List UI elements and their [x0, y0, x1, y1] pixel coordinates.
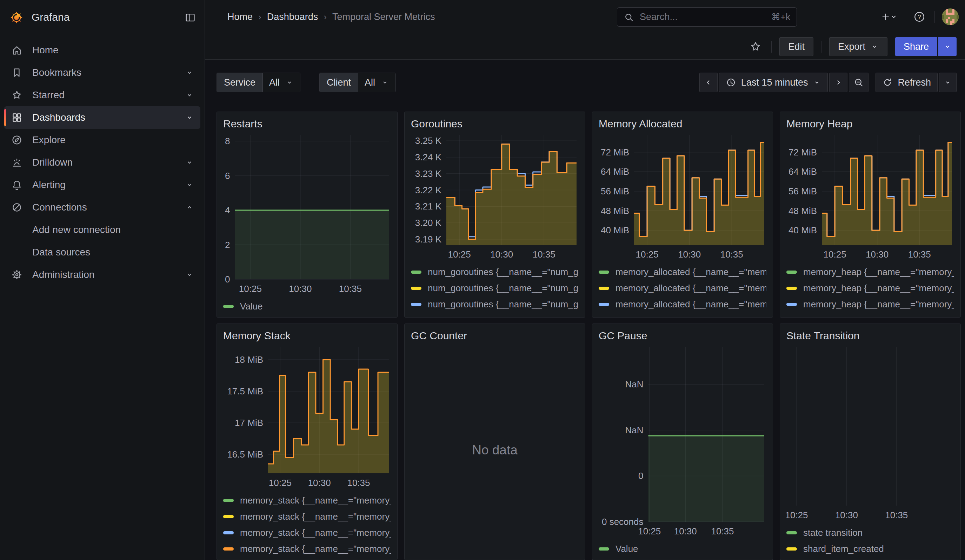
- svg-text:56 MiB: 56 MiB: [601, 186, 629, 196]
- legend-item[interactable]: num_goroutines {__name__="num_go: [411, 312, 579, 314]
- sidebar-item-add-new-connection[interactable]: Add new connection: [4, 219, 200, 241]
- chart-canvas[interactable]: 8642010:2510:3010:35: [223, 132, 391, 296]
- chevron-down-icon[interactable]: [185, 68, 194, 77]
- chart-area[interactable]: 10:2510:3010:35: [787, 343, 954, 522]
- panel-title[interactable]: Goroutines: [411, 116, 579, 132]
- series-color-pill: [787, 547, 797, 550]
- zoom-out-button[interactable]: [849, 73, 869, 92]
- help-icon[interactable]: ?: [911, 9, 927, 25]
- legend-item[interactable]: memory_heap {__name__="memory_h: [787, 264, 954, 280]
- time-shift-forward-button[interactable]: [829, 73, 847, 92]
- legend-item[interactable]: memory_allocated {__name__="memc: [599, 312, 766, 314]
- sidebar-toggle-icon[interactable]: [183, 10, 198, 25]
- chart-canvas[interactable]: NaNNaN00 seconds10:2510:3010:35: [599, 343, 766, 538]
- search-input[interactable]: [639, 11, 766, 23]
- sidebar-item-dashboards[interactable]: Dashboards: [4, 106, 200, 129]
- chart-area[interactable]: 18 MiB17.5 MiB17 MiB16.5 MiB10:2510:3010…: [223, 343, 391, 490]
- chart-canvas[interactable]: 10:2510:3010:35: [787, 343, 954, 522]
- legend-item[interactable]: Value: [223, 298, 391, 314]
- edit-button[interactable]: Edit: [779, 37, 813, 56]
- svg-text:10:25: 10:25: [448, 249, 471, 260]
- panel-title[interactable]: State Transition: [787, 328, 954, 343]
- sidebar-item-home[interactable]: Home: [4, 39, 200, 61]
- legend-item[interactable]: memory_stack {__name__="memory_s: [223, 524, 391, 541]
- refresh-button[interactable]: Refresh: [875, 73, 938, 92]
- share-options-caret[interactable]: [938, 37, 957, 56]
- legend-label: memory_heap {__name__="memory_h: [803, 267, 954, 278]
- legend-item[interactable]: memory_stack {__name__="memory_s: [223, 508, 391, 524]
- sidebar-item-connections[interactable]: Connections: [4, 196, 200, 219]
- sidebar-item-data-sources[interactable]: Data sources: [4, 241, 200, 263]
- breadcrumb-home[interactable]: Home: [227, 11, 253, 23]
- sidebar-item-starred[interactable]: Starred: [4, 84, 200, 106]
- client-variable-select[interactable]: All: [358, 73, 396, 92]
- sidebar-item-bookmarks[interactable]: Bookmarks: [4, 61, 200, 84]
- chart-area[interactable]: 8642010:2510:3010:35: [223, 132, 391, 296]
- chevron-down-icon[interactable]: [185, 158, 194, 167]
- legend-item[interactable]: num_goroutines {__name__="num_go: [411, 280, 579, 296]
- chevron-down-icon[interactable]: [185, 90, 194, 100]
- svg-text:3.22 K: 3.22 K: [415, 185, 442, 196]
- sidebar-item-label: Bookmarks: [32, 67, 82, 78]
- panel-grid: Restarts8642010:2510:3010:35ValueGorouti…: [216, 112, 961, 560]
- time-range-picker[interactable]: Last 15 minutes: [719, 73, 828, 92]
- time-shift-back-button[interactable]: [699, 73, 718, 92]
- chart-canvas[interactable]: 3.25 K3.24 K3.23 K3.22 K3.21 K3.20 K3.19…: [411, 132, 579, 261]
- panel-title[interactable]: Restarts: [223, 116, 391, 132]
- legend-item[interactable]: num_goroutines {__name__="num_go: [411, 296, 579, 312]
- series-color-pill: [599, 287, 609, 290]
- legend-item[interactable]: memory_stack {__name__="memory_s: [223, 492, 391, 508]
- panel-title[interactable]: GC Counter: [411, 328, 579, 343]
- legend-item[interactable]: state transition: [787, 524, 954, 541]
- chart-area[interactable]: 3.25 K3.24 K3.23 K3.22 K3.21 K3.20 K3.19…: [411, 132, 579, 261]
- search-box[interactable]: ⌘+k: [617, 7, 797, 27]
- svg-text:10:30: 10:30: [674, 526, 697, 537]
- zoom-out-icon: [854, 77, 864, 88]
- refresh-interval-caret[interactable]: [939, 73, 957, 92]
- legend-item[interactable]: shard_item_created: [787, 541, 954, 557]
- chart-canvas[interactable]: 18 MiB17.5 MiB17 MiB16.5 MiB10:2510:3010…: [223, 343, 391, 490]
- svg-text:56 MiB: 56 MiB: [788, 186, 817, 196]
- share-button[interactable]: Share: [895, 37, 937, 56]
- legend-item[interactable]: memory_heap {__name__="memory_h: [787, 312, 954, 314]
- panel-title[interactable]: Memory Heap: [787, 116, 954, 132]
- chart-canvas[interactable]: 72 MiB64 MiB56 MiB48 MiB40 MiB10:2510:30…: [599, 132, 766, 261]
- svg-text:10:30: 10:30: [835, 510, 858, 520]
- panel-title[interactable]: GC Pause: [599, 328, 766, 343]
- service-variable-select[interactable]: All: [263, 73, 300, 92]
- svg-text:10:35: 10:35: [720, 249, 743, 260]
- chart-area[interactable]: 72 MiB64 MiB56 MiB48 MiB40 MiB10:2510:30…: [787, 132, 954, 261]
- panel-legend: state transitionshard_item_created: [787, 522, 954, 557]
- chevron-down-icon[interactable]: [185, 113, 194, 122]
- legend-item[interactable]: memory_allocated {__name__="memc: [599, 280, 766, 296]
- svg-text:18 MiB: 18 MiB: [235, 354, 263, 365]
- panel-title[interactable]: Memory Allocated: [599, 116, 766, 132]
- sidebar-item-administration[interactable]: Administration: [4, 263, 200, 286]
- chevron-right-icon: [834, 78, 843, 87]
- panel-title[interactable]: Memory Stack: [223, 328, 391, 343]
- breadcrumb-dashboards[interactable]: Dashboards: [267, 11, 318, 23]
- drilldown-icon: [10, 157, 23, 168]
- sidebar-item-drilldown[interactable]: Drilldown: [4, 151, 200, 174]
- add-button[interactable]: [881, 9, 897, 25]
- svg-text:64 MiB: 64 MiB: [788, 166, 817, 177]
- legend-item[interactable]: memory_allocated {__name__="memc: [599, 264, 766, 280]
- chevron-down-icon[interactable]: [185, 270, 194, 279]
- chevron-up-icon[interactable]: [185, 203, 194, 212]
- sidebar-item-alerting[interactable]: Alerting: [4, 174, 200, 196]
- legend-item[interactable]: memory_allocated {__name__="memc: [599, 296, 766, 312]
- user-avatar[interactable]: [942, 8, 959, 25]
- favorite-star-icon[interactable]: [747, 39, 764, 55]
- export-button[interactable]: Export: [829, 37, 887, 56]
- legend-item[interactable]: memory_stack {__name__="memory_s: [223, 541, 391, 557]
- chart-area[interactable]: 72 MiB64 MiB56 MiB48 MiB40 MiB10:2510:30…: [599, 132, 766, 261]
- legend-item[interactable]: memory_heap {__name__="memory_h: [787, 280, 954, 296]
- chevron-down-icon[interactable]: [185, 180, 194, 189]
- legend-item[interactable]: memory_heap {__name__="memory_h: [787, 296, 954, 312]
- legend-item[interactable]: num_goroutines {__name__="num_go: [411, 264, 579, 280]
- sidebar-item-explore[interactable]: Explore: [4, 129, 200, 151]
- legend-item[interactable]: Value: [599, 541, 766, 557]
- chart-area[interactable]: NaNNaN00 seconds10:2510:3010:35: [599, 343, 766, 538]
- brand[interactable]: Grafana: [9, 10, 69, 24]
- chart-canvas[interactable]: 72 MiB64 MiB56 MiB48 MiB40 MiB10:2510:30…: [787, 132, 954, 261]
